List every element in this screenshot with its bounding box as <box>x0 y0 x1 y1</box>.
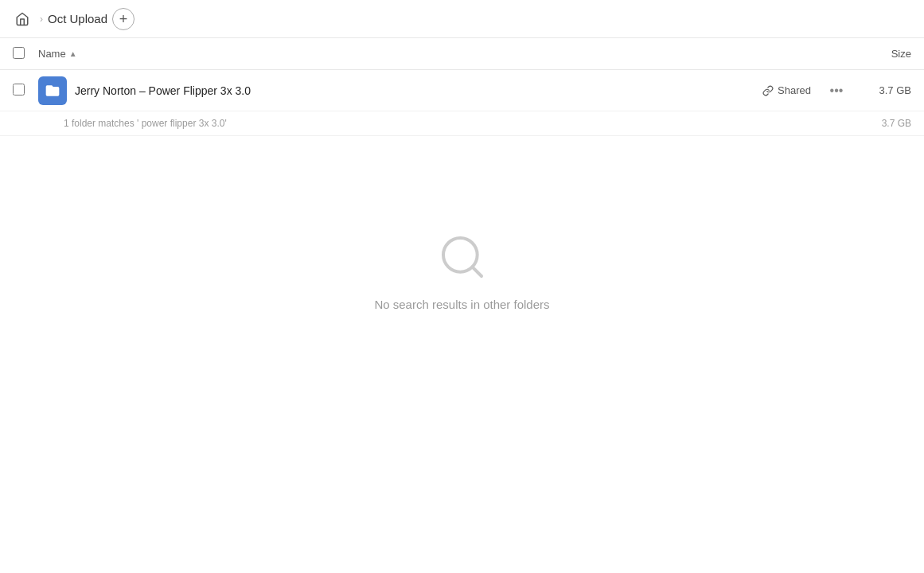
file-shared-badge: Shared <box>762 84 811 96</box>
more-options-button[interactable]: ••• <box>824 78 849 103</box>
no-results-icon <box>437 232 488 285</box>
file-name: Jerry Norton – Power Flipper 3x 3.0 <box>75 84 762 97</box>
table-header: Name ▲ Size <box>0 38 924 70</box>
home-button[interactable] <box>10 6 35 32</box>
file-checkbox-col <box>13 84 38 98</box>
match-info-size: 3.7 GB <box>856 118 911 129</box>
select-all-checkbox[interactable] <box>13 47 25 59</box>
link-icon <box>762 85 774 96</box>
file-checkbox[interactable] <box>13 84 25 96</box>
sort-arrow-icon: ▲ <box>69 49 77 58</box>
empty-state: No search results in other folders <box>0 136 924 311</box>
file-size: 3.7 GB <box>856 84 911 96</box>
add-button[interactable]: + <box>112 8 135 30</box>
breadcrumb-separator: › <box>40 14 43 25</box>
shared-label: Shared <box>778 84 811 96</box>
breadcrumb-folder-name[interactable]: Oct Upload <box>48 12 107 25</box>
file-row[interactable]: Jerry Norton – Power Flipper 3x 3.0 Shar… <box>0 70 924 111</box>
match-info-row: 1 folder matches ' power flipper 3x 3.0'… <box>0 111 924 136</box>
breadcrumb-bar: › Oct Upload + <box>0 0 924 38</box>
name-column-header[interactable]: Name ▲ <box>38 48 848 60</box>
header-checkbox-col <box>13 47 38 61</box>
file-folder-icon <box>38 76 67 105</box>
match-info-text: 1 folder matches ' power flipper 3x 3.0' <box>64 118 856 129</box>
svg-line-1 <box>472 267 481 276</box>
empty-state-message: No search results in other folders <box>374 298 549 311</box>
size-column-header[interactable]: Size <box>848 48 911 60</box>
